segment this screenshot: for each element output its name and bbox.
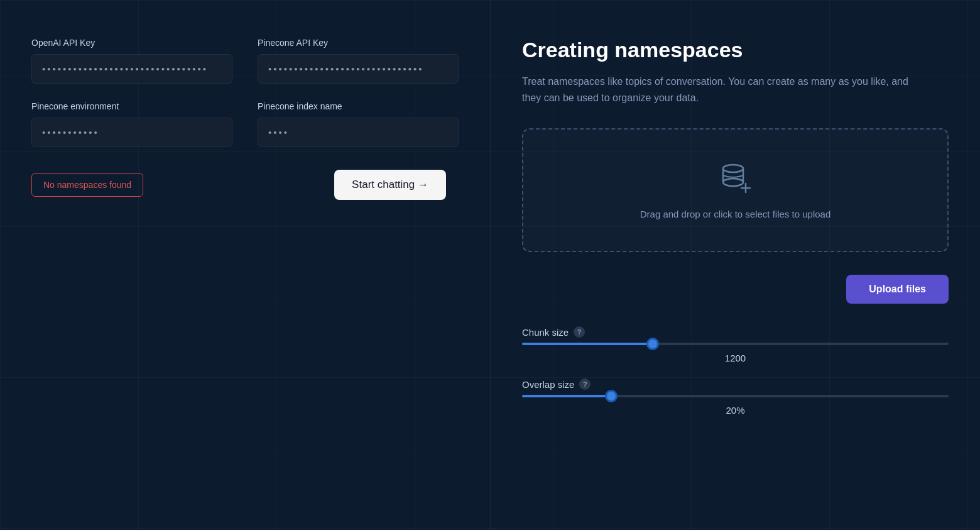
- pinecone-api-key-label: Pinecone API Key: [258, 38, 459, 48]
- pinecone-env-group: Pinecone environment: [31, 101, 232, 147]
- overlap-size-label-row: Overlap size ?: [522, 378, 949, 390]
- pinecone-api-key-group: Pinecone API Key: [258, 38, 459, 84]
- pinecone-index-input[interactable]: [258, 118, 459, 147]
- drop-zone-text: Drag and drop or click to select files t…: [640, 209, 831, 219]
- overlap-size-value: 20%: [522, 405, 949, 416]
- form-grid: OpenAI API Key Pinecone API Key Pinecone…: [31, 38, 459, 147]
- left-panel: OpenAI API Key Pinecone API Key Pinecone…: [0, 0, 490, 530]
- overlap-size-label: Overlap size: [522, 379, 574, 390]
- upload-btn-row: Upload files: [522, 275, 949, 304]
- chunk-size-help-icon[interactable]: ?: [574, 326, 585, 338]
- openai-api-key-group: OpenAI API Key: [31, 38, 232, 84]
- upload-files-button[interactable]: Upload files: [846, 275, 949, 304]
- openai-api-key-input[interactable]: [31, 54, 232, 84]
- pinecone-env-input[interactable]: [31, 118, 232, 147]
- pinecone-index-label: Pinecone index name: [258, 101, 459, 111]
- pinecone-index-group: Pinecone index name: [258, 101, 459, 147]
- svg-point-4: [723, 179, 743, 186]
- form-actions: No namespaces found Start chatting →: [31, 170, 459, 200]
- slider-section: Chunk size ? 1200 Overlap size ? 20%: [522, 326, 949, 416]
- panel-description: Treat namespaces like topics of conversa…: [522, 74, 912, 106]
- page-title: Creating namespaces: [522, 38, 949, 62]
- chunk-size-label-row: Chunk size ?: [522, 326, 949, 338]
- chunk-size-value: 1200: [522, 353, 949, 363]
- database-upload-icon: [718, 161, 753, 199]
- chunk-size-slider[interactable]: [522, 343, 949, 345]
- right-panel: Creating namespaces Treat namespaces lik…: [490, 0, 980, 530]
- overlap-size-help-icon[interactable]: ?: [579, 378, 591, 390]
- overlap-size-group: Overlap size ? 20%: [522, 378, 949, 416]
- start-chatting-button[interactable]: Start chatting →: [334, 170, 446, 200]
- no-namespaces-button[interactable]: No namespaces found: [31, 173, 143, 197]
- pinecone-env-label: Pinecone environment: [31, 101, 232, 111]
- openai-api-key-label: OpenAI API Key: [31, 38, 232, 48]
- pinecone-api-key-input[interactable]: [258, 54, 459, 84]
- file-drop-zone[interactable]: Drag and drop or click to select files t…: [522, 128, 949, 252]
- chunk-size-label: Chunk size: [522, 327, 569, 338]
- chunk-size-group: Chunk size ? 1200: [522, 326, 949, 363]
- overlap-size-slider[interactable]: [522, 395, 949, 397]
- svg-point-0: [723, 165, 743, 172]
